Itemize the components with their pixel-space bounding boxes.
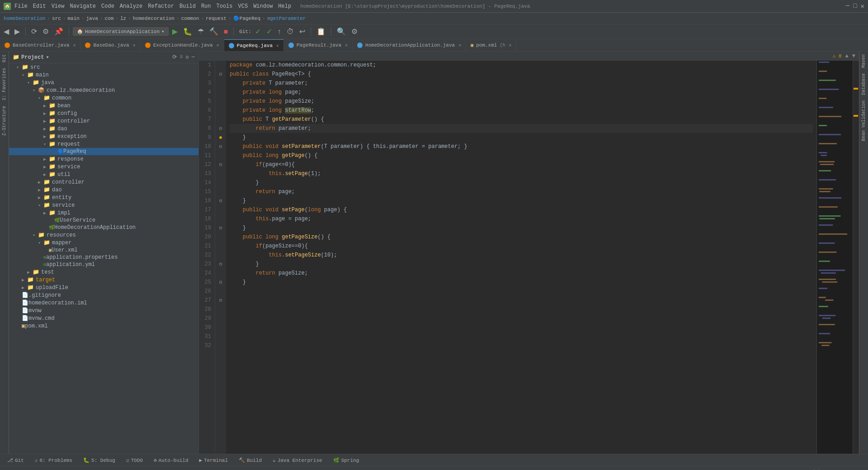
tree-item-service-common[interactable]: ▶ 📁 service	[9, 163, 198, 171]
fold-getpagesize[interactable]: ⊟	[219, 298, 222, 303]
tree-item-mvnw[interactable]: 📄 mvnw	[9, 307, 198, 314]
tree-item-controller[interactable]: ▶ 📁 controller	[9, 178, 198, 186]
code-editor[interactable]: 12345 678910 1112131415 1617181920 21222…	[199, 61, 859, 454]
stop-button[interactable]: ■	[222, 27, 230, 37]
tree-item-resources[interactable]: ▾ 📁 resources	[9, 231, 198, 239]
fold-getparameter[interactable]: ⊟	[219, 126, 222, 131]
sync-button[interactable]: ⟳	[29, 26, 39, 37]
tab-basedao[interactable]: BaseDao.java ✕	[80, 39, 140, 51]
bottom-tab-java-enterprise[interactable]: ☕ Java Enterprise	[267, 456, 328, 465]
breadcrumb-home[interactable]: homeDecoration	[4, 16, 45, 21]
bottom-tab-terminal[interactable]: ▶ Terminal	[194, 456, 233, 465]
tree-item-userxml[interactable]: ▣ User.xml	[9, 247, 198, 254]
tree-item-pomxml-root[interactable]: ▣ pom.xml	[9, 322, 198, 330]
tab-pagereq[interactable]: PageReq.java ✕	[224, 39, 284, 51]
warning-nav-down[interactable]: ▼	[852, 53, 855, 59]
breadcrumb-com[interactable]: com	[104, 16, 113, 21]
tree-item-java[interactable]: ▾ 📁 java	[9, 79, 198, 86]
tree-item-src[interactable]: ▾ 📁 src	[9, 63, 198, 71]
tree-item-request[interactable]: ▾ 📁 request	[9, 140, 198, 148]
run-config-dropdown-icon[interactable]: ▾	[161, 28, 165, 34]
fold-class[interactable]: ⊟	[219, 71, 222, 77]
minimize-button[interactable]: ─	[846, 2, 849, 10]
fold-if-close[interactable]: ⊟	[219, 225, 222, 231]
forward-button[interactable]: ▶	[13, 26, 22, 37]
tree-item-config[interactable]: ▶ 📁 config	[9, 109, 198, 117]
tab-close-basedao[interactable]: ✕	[133, 43, 136, 48]
fold-setpage[interactable]: ⊟	[219, 261, 222, 267]
bottom-tab-debug[interactable]: 🐛 5: Debug	[78, 456, 121, 465]
breadcrumb-common[interactable]: common	[181, 16, 199, 21]
breadcrumb-main[interactable]: main	[67, 16, 79, 21]
warning-nav-up[interactable]: ▲	[845, 53, 849, 59]
settings-button[interactable]: ⚙	[41, 26, 51, 37]
build-button[interactable]: 🔨	[208, 26, 220, 37]
menu-window[interactable]: Window	[253, 3, 273, 9]
breadcrumb-lz[interactable]: lz	[120, 16, 126, 21]
tree-item-mvnwcmd[interactable]: 📄 mvnw.cmd	[9, 314, 198, 322]
back-button[interactable]: ◀	[2, 26, 11, 37]
tab-close-pageresult[interactable]: ✕	[345, 43, 348, 48]
tree-item-pagereq[interactable]: 🔵 PageReq	[9, 148, 198, 155]
menu-run[interactable]: Run	[201, 3, 211, 9]
close-button[interactable]: ✕	[861, 2, 864, 10]
tree-item-exception[interactable]: ▶ 📁 exception	[9, 133, 198, 140]
tab-pageresult[interactable]: PageResult.java ✕	[284, 39, 353, 51]
bottom-tab-git[interactable]: ⎇ Git	[2, 456, 29, 465]
menu-refactor[interactable]: Refactor	[148, 3, 174, 9]
debug-button[interactable]: 🐛	[181, 26, 194, 37]
tree-item-test[interactable]: ▶ 📁 test	[9, 268, 198, 276]
fold-getpage[interactable]: ⊟	[219, 198, 222, 204]
tree-item-target[interactable]: ▶ 📁 target	[9, 276, 198, 284]
breadcrumb-pagereq[interactable]: 🔵	[233, 15, 240, 21]
vcs-button[interactable]: 📋	[315, 26, 327, 37]
git-push-button[interactable]: ↑	[276, 27, 283, 37]
tree-item-homedecorationapp[interactable]: 🌿 HomeDecorationApplication	[9, 224, 198, 231]
menu-analyze[interactable]: Analyze	[120, 3, 142, 9]
run-button[interactable]: ▶	[170, 26, 179, 37]
tree-item-entity[interactable]: ▶ 📁 entity	[9, 194, 198, 201]
sidebar-collapse-icon[interactable]: ≡	[179, 54, 183, 61]
breadcrumb-src[interactable]: src	[52, 16, 61, 21]
menu-vcs[interactable]: VCS	[238, 3, 248, 9]
breadcrumb-getparameter[interactable]: getParameter	[270, 16, 306, 21]
tree-item-uploadfile[interactable]: ▶ 📁 uploadFile	[9, 284, 198, 291]
settings-gear-button[interactable]: ⚙	[349, 26, 359, 37]
tab-pomxml[interactable]: ▣ pom.xml (h ✕	[466, 39, 516, 51]
search-everywhere-button[interactable]: 🔍	[335, 26, 348, 37]
git-rollback-button[interactable]: ↩	[297, 26, 307, 37]
coverage-button[interactable]: ☂	[196, 26, 206, 37]
panel-tab-maven[interactable]: Maven	[860, 52, 867, 71]
tree-item-response[interactable]: ▶ 📁 response	[9, 155, 198, 163]
tree-item-dao-common[interactable]: ▶ 📁 dao	[9, 125, 198, 133]
menu-code[interactable]: Code	[101, 3, 114, 9]
maximize-button[interactable]: □	[853, 2, 857, 10]
tree-item-util[interactable]: ▶ 📁 util	[9, 171, 198, 178]
menu-bar[interactable]: File Edit View Navigate Code Analyze Ref…	[14, 3, 291, 9]
tree-item-mapper[interactable]: ▾ 📁 mapper	[9, 239, 198, 247]
menu-edit[interactable]: Edit	[33, 3, 46, 9]
tree-item-dao[interactable]: ▶ 📁 dao	[9, 186, 198, 194]
git-check2-button[interactable]: ✓	[264, 26, 274, 37]
tab-close-homedecorationapp[interactable]: ✕	[458, 43, 461, 48]
bottom-tab-auto-build[interactable]: ⚙ Auto-build	[148, 456, 194, 465]
menu-build[interactable]: Build	[179, 3, 196, 9]
tab-close-basecontroller[interactable]: ✕	[73, 43, 75, 48]
run-configuration[interactable]: 🏠 HomeDecorationApplication ▾	[73, 27, 169, 36]
tree-item-userservice[interactable]: 🌿 UserService	[9, 217, 198, 224]
tree-item-appprops[interactable]: ⚙ application.properties	[9, 254, 198, 261]
bottom-tab-todo[interactable]: ☑ TODO	[121, 456, 148, 465]
fold-setparameter[interactable]: ⊟	[219, 162, 222, 167]
tree-item-main[interactable]: ▾ 📁 main	[9, 71, 198, 79]
tree-item-common[interactable]: ▾ 📁 common	[9, 94, 198, 102]
sidebar-settings-icon[interactable]: ⚙	[186, 54, 189, 61]
bottom-tab-build[interactable]: 🔨 Build	[233, 456, 267, 465]
panel-tab-git[interactable]: Git	[1, 52, 8, 65]
tree-item-impl[interactable]: ▶ 📁 impl	[9, 209, 198, 217]
tab-exceptionhandle[interactable]: ExceptionHandle.java ✕	[141, 39, 224, 51]
window-controls[interactable]: ─ □ ✕	[846, 2, 864, 10]
tab-close-pomxml[interactable]: ✕	[509, 43, 511, 48]
debug-icon-line9[interactable]: ●	[219, 134, 222, 141]
tree-item-controller-common[interactable]: ▶ 📁 controller	[9, 117, 198, 125]
tree-item-service[interactable]: ▾ 📁 service	[9, 201, 198, 209]
